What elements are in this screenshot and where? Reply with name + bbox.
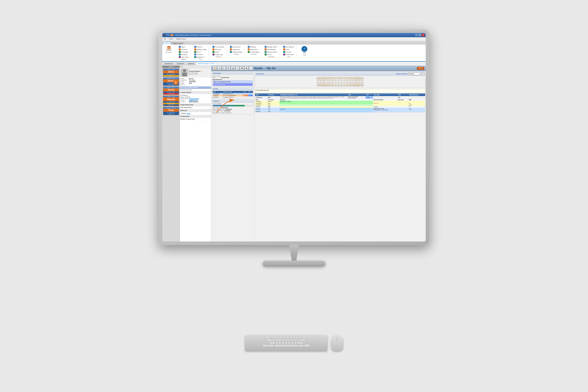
tooth-6[interactable] [332, 77, 334, 81]
dashboard-btn[interactable]: Dashboard [178, 53, 189, 56]
tooth-27[interactable] [332, 82, 334, 86]
scan-btn[interactable]: Scan▾ [194, 51, 207, 53]
tooth-28[interactable] [328, 82, 331, 86]
minimize-btn[interactable]: — [415, 34, 418, 36]
ribbon-tab-widget[interactable]: Widget Library [171, 42, 184, 45]
merge-queue-btn[interactable]: Merge Queue [247, 48, 259, 50]
chair-card-exam[interactable]: Exam - Nicki James Dr. JS As Exam A1 Dm [163, 68, 179, 77]
tooth-14[interactable] [355, 77, 358, 81]
nav-tab-dashboard[interactable]: Dashboard [163, 62, 174, 65]
tooth-1[interactable] [317, 77, 320, 81]
dentist-value[interactable]: Uprime [186, 113, 191, 114]
tooth-12[interactable] [349, 77, 352, 81]
chair-card-3[interactable]: Chair 3 - Jenni Rachel Dr. JS As JLW Cha… [163, 86, 179, 95]
change-login-btn[interactable]: Change Login [212, 53, 224, 56]
appt-item-1[interactable]: Next: Thu, 9/17/2015 5:00 PM [213, 80, 253, 83]
chair-card-5[interactable]: Chair 5 - Tammy Philip Dr. JS As TMS Hol… [163, 107, 179, 115]
chair-card-4[interactable]: Chair 4 - Laura Nanda Dr. JS As LAN Bac … [163, 96, 179, 106]
email-value[interactable]: joe@joe.com [189, 100, 197, 101]
tx-row-6[interactable]: 4/5/2021 SUP 1st move 8/3/2021 LNS Drive… [255, 108, 425, 111]
tooth-18[interactable] [358, 82, 361, 86]
nav-tab-scheduler[interactable]: Scheduler [175, 62, 186, 65]
tooth-30[interactable] [322, 82, 325, 86]
auto-insert-btn[interactable]: Auto-Insert [212, 48, 224, 50]
user-options-btn[interactable]: User Options▾ [283, 46, 295, 48]
menu-file[interactable]: File [163, 38, 167, 40]
tx-row-7[interactable]: 5/5/2021 SUP [255, 111, 425, 112]
mass-message-btn[interactable]: Mass Message [264, 48, 278, 50]
plan-row-3[interactable]: 3/31/2021 Extraction all four 4s [213, 96, 253, 98]
other-tools-btn[interactable]: 4 Other Tools▾ [283, 53, 295, 56]
tooth-21[interactable] [349, 82, 352, 86]
tooth-15[interactable] [358, 77, 361, 81]
tx-row-5[interactable]: 3/7/2017 MBS bond fail 13 [255, 106, 425, 108]
tooth-10[interactable] [343, 77, 346, 81]
text-messaging-btn[interactable]: Text Messaging [247, 51, 259, 53]
flag-action-btn[interactable]: ⚑ [240, 66, 244, 70]
tooth-20[interactable] [352, 82, 355, 86]
refresh-action-btn[interactable]: ↻ [226, 66, 230, 70]
chair-card-2[interactable]: Chair 2 - Emily Johnny Dr. JS As JLW Her… [163, 78, 179, 86]
request-time-off-btn[interactable]: Request Time Off [264, 51, 278, 53]
nav-tab-editions[interactable]: Editions [186, 62, 196, 65]
tooth-3[interactable] [322, 77, 325, 81]
tooth-chart-date[interactable] [408, 72, 420, 75]
tooth-4[interactable] [326, 77, 328, 81]
back-action-btn[interactable]: ◁ [217, 66, 221, 70]
tooth-5[interactable] [328, 77, 331, 81]
tx-row-3[interactable]: 10/24/2017 DCL Removed 13 [255, 102, 425, 104]
services-btn[interactable]: Services▾ [194, 46, 207, 48]
menu-home[interactable]: Home [168, 38, 174, 40]
tooth-26[interactable] [334, 82, 337, 86]
tooth-2[interactable] [320, 77, 322, 81]
home-phone-value[interactable]: (515) 333-4444 [190, 98, 199, 99]
broken-wire-note[interactable]: 'fix the broken front wire' [255, 89, 425, 93]
menu-widget[interactable]: Widget Library [175, 38, 186, 40]
tx-row-1[interactable]: 10/23/2018 MRP Patient was treated for o… [255, 96, 425, 99]
tooth-29[interactable] [326, 82, 328, 86]
message-center-btn[interactable]: Message Center▾ [264, 46, 278, 48]
settings-action-btn[interactable]: ⚙ [244, 66, 248, 70]
pull-screen-btn[interactable]: Pull Screen [194, 53, 207, 56]
help-btn[interactable]: ? Help [301, 46, 308, 54]
print-action-btn[interactable]: 🖨 [231, 66, 235, 70]
post-transaction-btn[interactable]: Post Transaction [212, 46, 224, 48]
tooth-19[interactable] [355, 82, 358, 86]
forward-action-btn[interactable]: ▷ [222, 66, 226, 70]
clock-in-btn[interactable]: Clock In [264, 53, 278, 56]
tooth-16[interactable] [361, 77, 364, 81]
single-import-btn[interactable]: Single Import [230, 48, 242, 50]
tooth-9[interactable] [340, 77, 343, 81]
tooth-32[interactable] [317, 82, 320, 86]
trainer-btn[interactable]: Trainer [283, 48, 295, 50]
nav-tab-patient[interactable]: Nanda Ethahot: 07-403 [196, 62, 216, 65]
tx-row-2[interactable]: 10/4/2019 OHES add amount to g2 fee [255, 101, 425, 102]
timeclock-btn[interactable]: Timeclock [283, 51, 295, 53]
window-controls[interactable]: — ❐ ✕ [415, 34, 424, 36]
home-action-btn[interactable]: 🏠 [213, 66, 217, 70]
signin-btn[interactable]: Sign-in [178, 46, 189, 48]
tooth-11[interactable] [346, 77, 349, 81]
tooth-chart-expand-btn[interactable]: ⤢ [421, 72, 424, 75]
tx-row-4[interactable]: 3/13/2020 CWL 30AP [255, 104, 425, 106]
tooth-25[interactable] [337, 82, 340, 86]
animations-btn[interactable]: Animations [178, 48, 189, 50]
tooth-23[interactable] [343, 82, 346, 86]
appt-item-2[interactable]: 9:22 mins remaining [213, 83, 253, 86]
tooth-7[interactable] [334, 77, 337, 81]
plan-row-2[interactable]: 3/31/2021 Pt. Tx. OV (web) (New x) ETC E… [213, 95, 253, 96]
goto-button[interactable]: GoTo [417, 67, 424, 70]
auto-recalls-btn[interactable]: Auto-Recalls▾ [230, 46, 242, 48]
tooth-13[interactable] [352, 77, 355, 81]
appliance-tracker-btn[interactable]: Appliance Tracker [194, 48, 207, 50]
tooth-31[interactable] [320, 82, 322, 86]
integrations-btn[interactable]: Integrations▾ [194, 56, 207, 58]
scheduler-btn[interactable]: 📅 Scheduler [165, 46, 173, 51]
notes-btn[interactable]: Notes▾ [212, 51, 224, 53]
claim-center-btn[interactable]: Claim Center [178, 56, 189, 58]
hh-manager-btn[interactable]: HH Manager [178, 51, 189, 53]
close-btn[interactable]: ✕ [422, 34, 424, 36]
restore-btn[interactable]: ❐ [418, 34, 421, 36]
tooth-17[interactable] [361, 82, 364, 86]
compare-images-btn[interactable]: Compare Images [230, 51, 242, 53]
